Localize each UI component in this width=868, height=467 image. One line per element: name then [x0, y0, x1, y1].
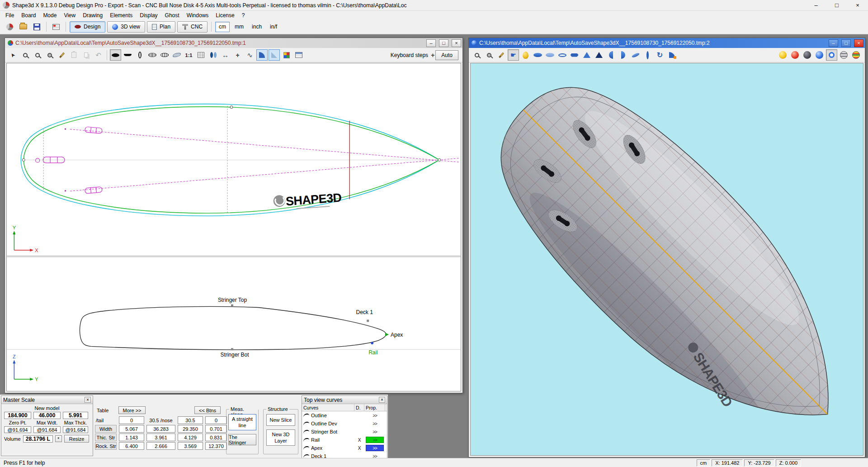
design-minimize-button[interactable]: – — [426, 39, 436, 47]
guide-points-tool[interactable]: + — [232, 49, 243, 61]
menu-file[interactable]: File — [2, 12, 18, 19]
curve-prop-button[interactable]: >> — [366, 437, 384, 443]
fin-plug-side-bottom[interactable] — [85, 187, 102, 194]
curves-titlebar[interactable]: Top view curves × — [302, 396, 387, 404]
measure-tool[interactable]: ↔ — [220, 49, 231, 61]
thickness-value[interactable]: 5.991 — [63, 412, 88, 419]
curve-prop-button[interactable]: >> — [366, 429, 384, 435]
profile-curve[interactable] — [80, 306, 386, 350]
pan-tool[interactable]: ☛ — [508, 49, 519, 61]
fin-guide-point[interactable] — [65, 190, 66, 191]
slices-view-tool[interactable] — [159, 49, 170, 61]
curve-row-deck-1[interactable]: Deck 1 >> — [302, 452, 387, 458]
scale-1-1-tool[interactable]: 1:1 — [183, 49, 194, 61]
pos-cell[interactable]: 0 — [205, 416, 227, 424]
menu-mode[interactable]: Mode — [39, 12, 60, 19]
zoom-window-tool[interactable] — [483, 49, 495, 61]
control-point-tail[interactable] — [22, 158, 25, 161]
view-side-tool[interactable] — [642, 49, 653, 61]
plan-button[interactable]: Plan — [147, 21, 175, 33]
grid-view-tool[interactable] — [195, 49, 207, 61]
max-thck-at-value[interactable]: @91.684 — [63, 426, 88, 433]
width-value[interactable]: 46.000 — [33, 412, 61, 419]
render-minimize-button[interactable]: – — [829, 39, 838, 47]
curve-row-apex[interactable]: Apex X >> — [302, 444, 387, 452]
set-square-tool[interactable] — [269, 49, 280, 61]
render-3d-titlebar[interactable]: C:\Users\thoma\AppData\Local\Temp\AutoSa… — [469, 38, 865, 48]
width-cell[interactable]: 0.701 — [205, 425, 227, 433]
unit-cm-button[interactable]: cm — [215, 22, 230, 32]
outline-axes-tool[interactable] — [146, 49, 158, 61]
flip-curve-tool[interactable]: ∿ — [244, 49, 255, 61]
view-outline-tool[interactable] — [557, 49, 568, 61]
select-tool[interactable]: ➤ — [7, 49, 19, 61]
pos-cell[interactable]: 0 — [119, 416, 144, 424]
thickness-cell[interactable]: 0.831 — [205, 434, 227, 441]
curves-close-button[interactable]: × — [379, 397, 385, 403]
menu-help[interactable]: ? — [238, 12, 249, 19]
view-bottom-tool[interactable] — [532, 49, 543, 61]
render-sphere-tool[interactable] — [814, 49, 825, 61]
thickness-cell[interactable]: 1.143 — [119, 434, 144, 441]
rocker-cell[interactable]: 6.400 — [119, 442, 144, 450]
slice-view-tool[interactable] — [134, 49, 146, 61]
unit-inf-button[interactable]: in/f — [267, 22, 280, 32]
control-point-nose[interactable] — [438, 158, 441, 161]
app-titlebar[interactable]: Shape3d X 9.1.3.0 Debug Design Pro - Exp… — [0, 0, 868, 11]
curve-prop-button[interactable]: >> — [366, 445, 384, 451]
render-close-button[interactable]: × — [854, 39, 863, 47]
width-cell[interactable]: 36.283 — [146, 425, 175, 433]
max-wdt-at-value[interactable]: @91.684 — [33, 426, 61, 433]
view-deck-tool[interactable] — [544, 49, 556, 61]
curve-prop-button[interactable]: >> — [366, 420, 384, 427]
view-perspective-tool[interactable] — [630, 49, 641, 61]
more-button[interactable]: More >> — [118, 406, 146, 414]
render-3d-viewport[interactable]: SHAPE3D — [470, 63, 863, 456]
maximize-button[interactable]: □ — [826, 0, 847, 10]
app-logo-button[interactable] — [4, 21, 15, 33]
close-button[interactable]: × — [847, 0, 868, 10]
minimize-button[interactable]: – — [806, 0, 826, 10]
curve-prop-button[interactable]: >> — [366, 453, 384, 458]
menu-view[interactable]: View — [60, 12, 79, 19]
profile-view-tool[interactable] — [122, 49, 133, 61]
render-striped-tool[interactable] — [838, 49, 849, 61]
open-button[interactable] — [17, 21, 29, 33]
fin-box-tool[interactable] — [256, 49, 268, 61]
menu-display[interactable]: Display — [136, 12, 161, 19]
view-half-left-tool[interactable] — [605, 49, 617, 61]
unit-mm-button[interactable]: mm — [231, 22, 247, 32]
outline-view-tool[interactable] — [110, 49, 121, 61]
view-nose-tool[interactable] — [581, 49, 592, 61]
zoom-tool[interactable] — [32, 49, 43, 61]
straight-line-button[interactable]: A straight line — [228, 414, 256, 430]
rotate-view-tool[interactable]: ↻ — [654, 49, 665, 61]
design-mode-button[interactable]: Design — [70, 21, 105, 33]
menu-board[interactable]: Board — [18, 12, 39, 19]
paste-tool[interactable] — [68, 49, 80, 61]
curve-row-outline-dev[interactable]: Outline Dev >> — [302, 419, 387, 428]
control-point-wide[interactable] — [230, 106, 233, 109]
curve-prop-button[interactable]: >> — [366, 412, 384, 419]
curve-row-stringer-bot[interactable]: Stringer Bot >> — [302, 428, 387, 436]
stringer-bot-marker[interactable] — [231, 348, 233, 350]
auto-button[interactable]: Auto — [435, 50, 458, 60]
menu-elements[interactable]: Elements — [106, 12, 136, 19]
fin-view-tool[interactable] — [666, 49, 678, 61]
view-half-right-tool[interactable] — [618, 49, 629, 61]
thickness-cell[interactable]: 4.129 — [178, 434, 203, 441]
save-button[interactable] — [31, 21, 42, 33]
edit-tool[interactable] — [56, 49, 67, 61]
resize-button[interactable]: Resize — [64, 435, 90, 443]
thickness-cell[interactable]: 3.961 — [146, 434, 175, 441]
3d-view-button[interactable]: 3D view — [107, 21, 145, 33]
multi-board-tool[interactable] — [208, 49, 219, 61]
leash-plug[interactable] — [36, 158, 40, 162]
apex-marker[interactable] — [385, 333, 389, 336]
zero-pt-at-value[interactable]: @91.694 — [4, 426, 31, 433]
cnc-button[interactable]: CNC — [177, 21, 208, 33]
copy-tool[interactable] — [80, 49, 92, 61]
rocker-cell[interactable]: 12.370 — [205, 442, 227, 450]
edit-tool[interactable] — [495, 49, 507, 61]
menu-windows[interactable]: Windows — [183, 12, 212, 19]
